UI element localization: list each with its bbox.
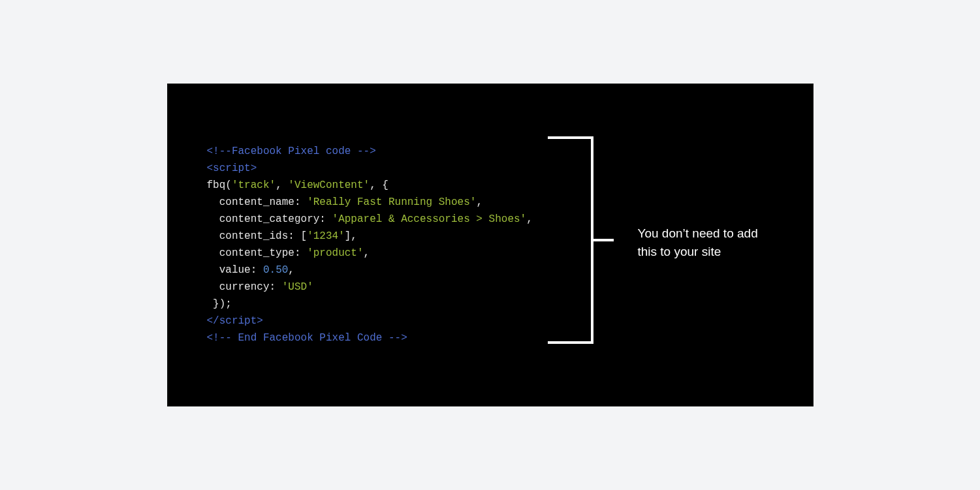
code-content-name-value: 'Really Fast Running Shoes' bbox=[307, 196, 476, 208]
annotation-text: You don’t need to add this to your site bbox=[638, 224, 782, 261]
code-comma: , bbox=[526, 213, 533, 225]
bracket-tick-mid bbox=[591, 239, 614, 241]
code-viewcontent-string: 'ViewContent' bbox=[288, 179, 370, 191]
code-track-string: 'track' bbox=[232, 179, 276, 191]
code-comment-open: <!--Facebook Pixel code --> bbox=[207, 145, 376, 157]
code-currency-value: 'USD' bbox=[282, 281, 313, 293]
code-block: <!--Facebook Pixel code --> <script> fbq… bbox=[207, 143, 533, 346]
bracket-tick-bottom bbox=[548, 341, 591, 344]
annotation-line-1: You don’t need to add bbox=[638, 224, 782, 243]
code-content-name-key: content_name: bbox=[207, 196, 308, 208]
code-currency-key: currency: bbox=[207, 281, 282, 293]
code-value-number: 0.50 bbox=[263, 264, 288, 276]
code-value-key: value: bbox=[207, 264, 263, 276]
code-script-close: </script> bbox=[207, 315, 263, 327]
code-content-category-value: 'Apparel & Accessories > Shoes' bbox=[332, 213, 527, 225]
code-obj-open: , { bbox=[370, 179, 388, 191]
code-comma: , bbox=[364, 247, 370, 259]
code-content-type-key: content_type: bbox=[207, 247, 308, 259]
bracket-tick-top bbox=[548, 136, 591, 139]
annotation-line-2: this to your site bbox=[638, 243, 782, 261]
code-comma: , bbox=[476, 196, 482, 208]
code-script-open: <script> bbox=[207, 162, 257, 174]
code-obj-close: }); bbox=[207, 298, 232, 310]
code-comment-close: <!-- End Facebook Pixel Code --> bbox=[207, 332, 407, 344]
code-content-category-key: content_category: bbox=[207, 213, 332, 225]
code-content-ids-value: '1234' bbox=[307, 230, 345, 242]
code-sep: , bbox=[276, 179, 288, 191]
code-content-type-value: 'product' bbox=[307, 247, 363, 259]
code-comma: , bbox=[288, 264, 294, 276]
code-fbq-call: fbq( bbox=[207, 179, 232, 191]
code-panel: <!--Facebook Pixel code --> <script> fbq… bbox=[167, 84, 814, 406]
code-array-close: ], bbox=[345, 230, 357, 242]
annotation-bracket bbox=[548, 136, 593, 344]
code-content-ids-key: content_ids: [ bbox=[207, 230, 308, 242]
